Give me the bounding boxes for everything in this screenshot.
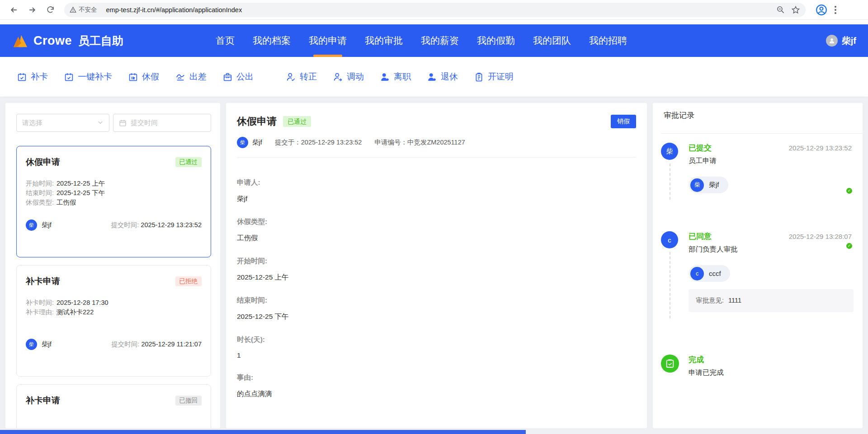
action-transfer[interactable]: 调动 — [333, 71, 364, 83]
calendar-check-icon — [64, 72, 74, 82]
person-leave-icon — [380, 72, 390, 82]
url-text[interactable]: emp-test.zjf-it.cn/#/application/applica… — [106, 6, 777, 14]
nav-item-my-salary[interactable]: 我的薪资 — [421, 24, 459, 57]
browser-menu-icon[interactable] — [835, 6, 836, 14]
crowe-logo-icon — [13, 34, 28, 47]
avatar: 柴 — [26, 219, 37, 231]
approval-record-panel: 审批记录 柴 ✓ 已提交 2025-12-29 13:23:52 员工申请 柴 … — [653, 103, 863, 428]
calendar-check-icon — [17, 72, 27, 82]
approval-step-approved: c ✓ 已同意 2025-12-29 13:28:07 部门负责人审批 c cc… — [661, 231, 852, 312]
field-leave-type: 休假类型:工伤假 — [237, 217, 636, 243]
application-card-leave[interactable]: 休假申请 已通过 开始时间:2025-12-25 上午 结束时间:2025-12… — [16, 146, 211, 257]
approval-step-submitted: 柴 ✓ 已提交 2025-12-29 13:23:52 员工申请 柴 柴jf — [661, 143, 852, 193]
bookmark-star-icon[interactable] — [791, 5, 800, 14]
avatar: 柴 — [237, 137, 248, 148]
status-badge: 已通过 — [175, 157, 202, 167]
detail-title: 休假申请 — [237, 115, 277, 128]
browser-forward-icon[interactable] — [24, 2, 40, 18]
profile-icon[interactable] — [816, 4, 827, 16]
field-reason: 事由:的点点滴滴 — [237, 373, 636, 399]
certificate-icon — [474, 72, 484, 82]
action-business-trip[interactable]: 出差 — [175, 71, 207, 83]
card-title: 补卡申请 — [26, 275, 60, 287]
status-badge: 已撤回 — [175, 396, 202, 406]
nav-item-my-archives[interactable]: 我的档案 — [253, 24, 291, 57]
action-leave[interactable]: 休假 — [128, 71, 159, 83]
action-resignation[interactable]: 离职 — [380, 71, 411, 83]
step-status: 已同意 — [689, 231, 712, 242]
approval-title: 审批记录 — [661, 110, 852, 121]
step-desc: 申请已完成 — [689, 368, 852, 378]
action-regularization[interactable]: 转正 — [286, 71, 317, 83]
cancel-leave-button[interactable]: 销假 — [611, 115, 636, 128]
address-bar[interactable]: 不安全 emp-test.zjf-it.cn/#/application/app… — [64, 3, 806, 17]
person-retire-icon — [427, 72, 437, 82]
step-time: 2025-12-29 13:28:07 — [789, 233, 852, 240]
card-title: 补卡申请 — [26, 395, 60, 406]
application-detail-panel: 休假申请 已通过 销假 柴 柴jf 提交于：2025-12-29 13:23:5… — [226, 103, 647, 428]
security-warning[interactable]: 不安全 — [70, 6, 102, 14]
step-time: 2025-12-29 13:23:52 — [789, 144, 852, 152]
browser-refresh-icon[interactable] — [42, 2, 58, 18]
chevron-down-icon — [97, 119, 104, 127]
approval-comment: 审批意见:1111 — [689, 289, 854, 312]
nav-item-my-recruiting[interactable]: 我的招聘 — [589, 24, 627, 57]
calendar-icon — [119, 119, 127, 127]
nav-item-home[interactable]: 首页 — [216, 24, 235, 57]
check-icon: ✓ — [845, 242, 853, 250]
person-transfer-icon — [333, 72, 343, 82]
avatar: c — [661, 231, 678, 248]
app-header: Crowe 员工自助 首页 我的档案 我的申请 我的审批 我的薪资 我的假勤 我… — [0, 24, 868, 57]
step-status: 完成 — [689, 355, 704, 365]
check-icon: ✓ — [845, 187, 853, 195]
person-check-icon — [286, 72, 296, 82]
application-card-punch-2[interactable]: 补卡申请 已撤回 — [16, 384, 211, 428]
security-label: 不安全 — [79, 6, 97, 14]
action-retirement[interactable]: 退休 — [427, 71, 458, 83]
type-filter-select[interactable]: 请选择 — [16, 114, 109, 132]
calendar-rest-icon — [128, 72, 138, 82]
page-top-gap — [0, 20, 868, 24]
step-desc: 部门负责人审批 — [689, 245, 852, 254]
action-official-out[interactable]: 公出 — [223, 71, 254, 83]
browser-toolbar: 不安全 emp-test.zjf-it.cn/#/application/app… — [0, 0, 868, 20]
field-start-time: 开始时间:2025-12-25 上午 — [237, 257, 636, 282]
main-nav: 首页 我的档案 我的申请 我的审批 我的薪资 我的假勤 我的团队 我的招聘 — [216, 24, 627, 57]
complete-clipboard-icon — [661, 355, 679, 373]
step-desc: 员工申请 — [689, 156, 852, 166]
timeline-connector — [670, 252, 670, 318]
action-one-key-punch-correction[interactable]: 一键补卡 — [64, 71, 112, 83]
submit-time-filter[interactable]: 提交时间 — [113, 114, 211, 132]
timeline-connector — [670, 163, 670, 200]
browser-back-icon[interactable] — [6, 2, 22, 18]
nav-item-my-team[interactable]: 我的团队 — [533, 24, 571, 57]
person-pill: 柴 柴jf — [689, 177, 728, 193]
field-duration: 时长(天):1 — [237, 335, 636, 359]
nav-item-my-applications[interactable]: 我的申请 — [309, 24, 347, 57]
action-certificate[interactable]: 开证明 — [474, 71, 514, 83]
briefcase-icon — [223, 72, 232, 82]
user-name: 柴jf — [842, 35, 856, 47]
card-title: 休假申请 — [26, 156, 60, 168]
travel-icon — [175, 72, 185, 82]
zoom-out-icon[interactable] — [776, 5, 785, 14]
action-punch-correction[interactable]: 补卡 — [17, 71, 48, 83]
status-badge: 已拒绝 — [175, 276, 202, 286]
avatar: 柴 — [690, 178, 704, 192]
field-applicant: 申请人:柴jf — [237, 178, 636, 204]
nav-item-my-attendance[interactable]: 我的假勤 — [477, 24, 515, 57]
brand-name: Crowe — [33, 34, 72, 48]
applicant-name: 柴jf — [252, 138, 262, 147]
step-status: 已提交 — [689, 143, 712, 153]
field-end-time: 结束时间:2025-12-25 下午 — [237, 296, 636, 322]
approval-step-complete: 完成 申请已完成 — [661, 355, 852, 378]
app-name: 员工自助 — [78, 33, 123, 48]
application-list-panel: 请选择 提交时间 休假申请 已通过 开始时间:2025-12-25 上午 结束时… — [5, 103, 220, 428]
detail-status-badge: 已通过 — [283, 116, 311, 127]
person-pill: c cccf — [689, 265, 730, 282]
nav-item-my-approvals[interactable]: 我的审批 — [365, 24, 403, 57]
user-menu[interactable]: 柴jf — [826, 24, 856, 57]
application-card-punch[interactable]: 补卡申请 已拒绝 补卡时间:2025-12-28 17:30 补卡理由:测试补卡… — [16, 265, 211, 377]
quick-actions-toolbar: 补卡 一键补卡 休假 出差 公出 转正 调动 离职 退休 开证明 — [0, 57, 868, 97]
horizontal-scrollbar[interactable] — [0, 430, 526, 434]
